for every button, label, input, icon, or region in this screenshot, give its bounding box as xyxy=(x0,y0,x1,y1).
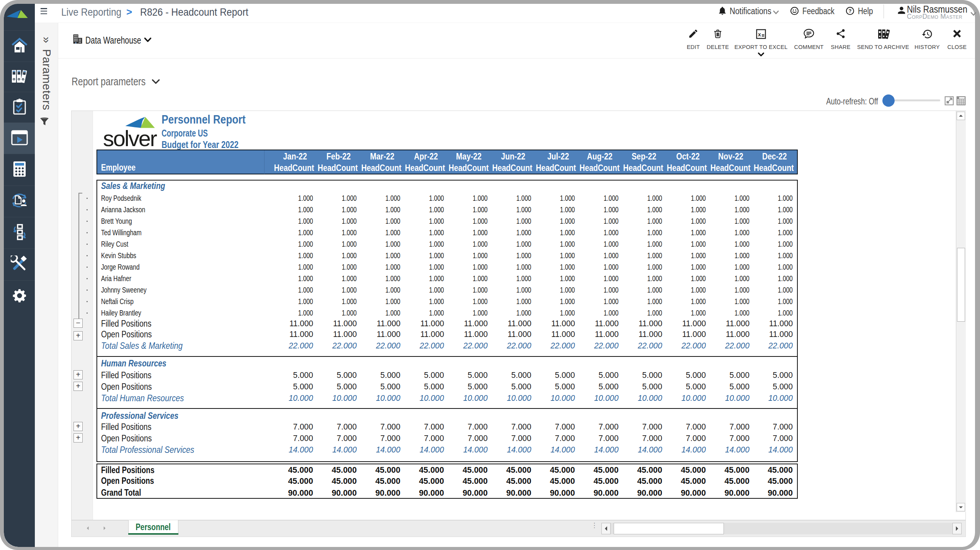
svg-text:?: ? xyxy=(849,8,852,14)
svg-text:x: x xyxy=(758,31,761,37)
